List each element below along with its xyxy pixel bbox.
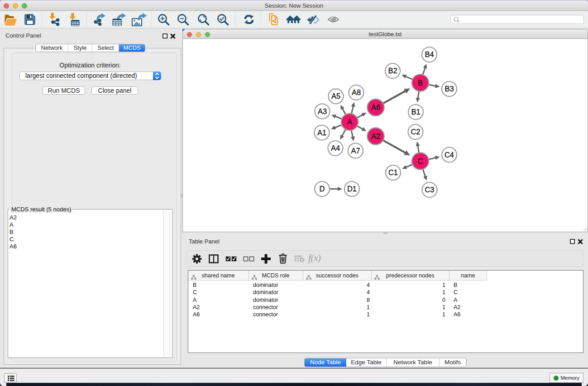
svg-text:D: D — [320, 185, 325, 193]
svg-text:B1: B1 — [411, 108, 420, 116]
svg-text:A: A — [347, 118, 352, 126]
svg-text:C3: C3 — [425, 186, 434, 194]
svg-text:A4: A4 — [331, 144, 340, 152]
svg-text:C1: C1 — [388, 168, 398, 176]
svg-text:A2: A2 — [371, 132, 380, 140]
svg-text:B2: B2 — [388, 67, 397, 75]
svg-text:C4: C4 — [445, 151, 454, 159]
svg-text:A6: A6 — [371, 103, 380, 111]
svg-text:f(x): f(x) — [308, 253, 321, 263]
svg-text:A3: A3 — [318, 107, 327, 115]
svg-text:B: B — [418, 79, 423, 87]
svg-text:B3: B3 — [445, 85, 454, 93]
svg-text:B4: B4 — [425, 50, 434, 58]
svg-text:D1: D1 — [347, 185, 357, 193]
svg-text:C2: C2 — [411, 128, 420, 136]
svg-text:A1: A1 — [317, 129, 326, 137]
svg-text:A8: A8 — [352, 88, 361, 96]
svg-text:A5: A5 — [331, 92, 340, 100]
svg-text:C: C — [418, 157, 423, 165]
svg-text:A7: A7 — [351, 147, 360, 155]
